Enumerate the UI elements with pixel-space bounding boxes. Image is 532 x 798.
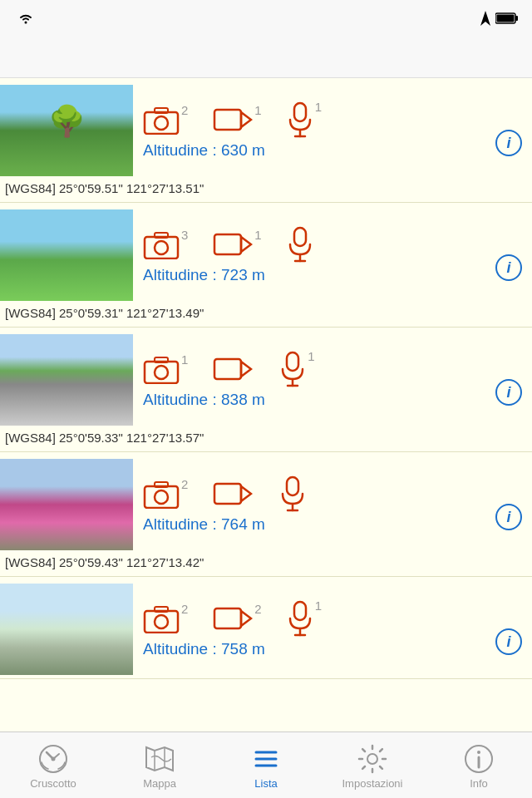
item-icons: 2 1 1 Altitudine : 630 m i — [133, 101, 524, 160]
video-group — [213, 479, 254, 509]
item-coords: [WGS84] 25°0'59.31" 121°27'13.49" — [0, 304, 532, 327]
camera-group: 2 — [143, 479, 188, 509]
status-right — [480, 11, 519, 26]
svg-rect-39 — [214, 608, 241, 628]
video-icon — [213, 229, 253, 259]
svg-rect-23 — [214, 359, 241, 379]
item-main: 2 Altitudine : 764 m i — [0, 452, 532, 554]
tab-mappa[interactable]: Mappa — [106, 737, 213, 793]
icons-row: 1 1 — [143, 351, 517, 387]
altitude-text: Altitudine : 838 m — [143, 391, 517, 409]
svg-point-45 — [52, 757, 56, 761]
audio-group — [279, 475, 308, 512]
audio-group: 1 — [287, 101, 322, 138]
svg-point-55 — [477, 751, 480, 754]
camera-icon — [143, 354, 180, 384]
svg-point-52 — [367, 754, 377, 764]
svg-marker-24 — [241, 362, 251, 377]
audio-group: 1 — [287, 600, 322, 637]
cruscotto-tab-icon — [38, 744, 68, 774]
svg-point-13 — [155, 241, 168, 254]
camera-group: 2 — [143, 603, 188, 633]
info-button[interactable]: i — [495, 379, 522, 406]
item-thumbnail[interactable] — [0, 459, 133, 550]
photo-count: 1 — [181, 352, 188, 367]
svg-rect-14 — [155, 233, 168, 238]
audio-group: 1 — [279, 351, 314, 387]
svg-rect-38 — [155, 607, 168, 612]
tab-info[interactable]: Info — [426, 737, 532, 793]
mic-icon — [287, 600, 313, 637]
item-icons: 2 2 1 Altitudine : 758 m i — [133, 600, 524, 658]
tab-bar: Cruscotto Mappa Lista Impostazioni Info — [0, 732, 532, 798]
svg-rect-33 — [287, 477, 298, 495]
camera-icon — [143, 229, 180, 259]
photo-count: 2 — [181, 477, 188, 491]
svg-rect-7 — [214, 110, 241, 130]
lista-tab-label: Lista — [254, 777, 277, 790]
svg-marker-46 — [146, 747, 173, 771]
mappa-tab-label: Mappa — [143, 777, 176, 790]
mappa-icon — [145, 744, 175, 774]
icons-row: 2 2 1 — [143, 600, 517, 637]
svg-rect-3 — [497, 15, 515, 22]
svg-rect-22 — [155, 357, 168, 362]
tab-cruscotto[interactable]: Cruscotto — [0, 737, 106, 793]
info-button[interactable]: i — [495, 628, 522, 655]
camera-icon — [143, 603, 180, 633]
svg-rect-17 — [294, 228, 306, 246]
item-thumbnail[interactable] — [0, 584, 133, 675]
svg-rect-6 — [155, 108, 168, 113]
cruscotto-icon — [38, 744, 68, 774]
info-button[interactable]: i — [495, 130, 522, 156]
audio-group — [287, 226, 315, 263]
video-icon — [213, 603, 253, 633]
item-thumbnail[interactable] — [0, 85, 133, 176]
item-main: 3 1 Altitudine : 723 m i — [0, 203, 532, 304]
video-group — [213, 354, 254, 384]
camera-group: 3 — [143, 229, 188, 259]
icons-row: 3 1 — [143, 226, 517, 263]
camera-group: 1 — [143, 354, 188, 384]
svg-rect-15 — [214, 234, 241, 254]
info-button[interactable]: i — [495, 504, 522, 530]
tab-lista[interactable]: Lista — [213, 737, 319, 793]
svg-point-29 — [155, 490, 168, 504]
altitude-text: Altitudine : 723 m — [143, 266, 517, 284]
item-thumbnail[interactable] — [0, 209, 133, 301]
svg-point-21 — [155, 366, 168, 379]
video-group: 1 — [213, 229, 261, 259]
tab-impostazioni[interactable]: Impostazioni — [319, 737, 426, 793]
video-count: 2 — [254, 602, 261, 616]
list-item: 2 Altitudine : 764 m i — [0, 452, 532, 577]
photo-count: 3 — [181, 228, 188, 242]
item-coords: [WGS84] 25°0'59.43" 121°27'13.42" — [0, 554, 532, 576]
svg-rect-9 — [294, 103, 306, 121]
location-icon — [480, 11, 490, 26]
status-bar — [0, 0, 532, 37]
video-count: 1 — [254, 103, 261, 117]
item-main: 2 2 1 Altitudine : 758 m i — [0, 577, 532, 678]
svg-rect-2 — [515, 16, 518, 21]
svg-rect-25 — [287, 352, 298, 371]
item-icons: 1 1 Altitudine : 838 m i — [133, 351, 524, 409]
camera-icon — [143, 479, 180, 509]
cruscotto-tab-label: Cruscotto — [30, 777, 76, 790]
battery-icon — [495, 12, 519, 24]
wifi-icon — [18, 12, 33, 24]
svg-marker-40 — [241, 611, 251, 626]
svg-rect-30 — [155, 482, 168, 487]
lista-icon — [251, 744, 281, 774]
list-item: 3 1 Altitudine : 723 m i — [0, 203, 532, 328]
svg-point-37 — [155, 615, 168, 628]
svg-rect-31 — [214, 484, 241, 504]
info-button[interactable]: i — [495, 254, 522, 281]
item-coords: [WGS84] 25°0'59.51" 121°27'13.51" — [0, 180, 532, 202]
altitude-text: Altitudine : 764 m — [143, 515, 517, 534]
audio-count: 1 — [315, 598, 322, 613]
item-thumbnail[interactable] — [0, 334, 133, 426]
altitude-text: Altitudine : 758 m — [143, 640, 517, 658]
info-tab-label: Info — [470, 777, 488, 790]
mic-icon — [279, 475, 306, 512]
info-tab-icon — [464, 744, 494, 774]
